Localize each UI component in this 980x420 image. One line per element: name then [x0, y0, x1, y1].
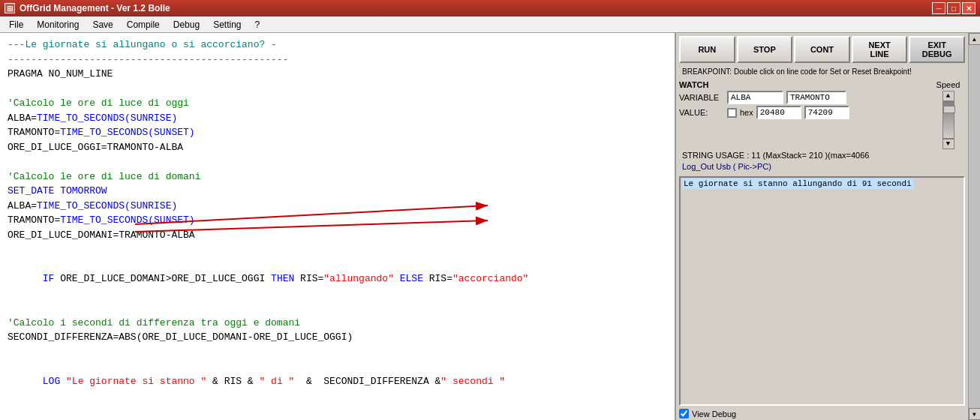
app-title: OffGrid Management - Ver 1.2 Bolle [20, 3, 170, 14]
right-scrollbar: ▲ ▼ [968, 33, 980, 420]
next-line-button[interactable]: NEXT LINE [852, 36, 908, 63]
value-input-1[interactable] [756, 106, 801, 119]
menu-file[interactable]: File [3, 18, 29, 32]
hex-label: hex [740, 108, 753, 117]
variable-input-1[interactable] [727, 91, 783, 104]
minimize-button[interactable]: ─ [932, 2, 945, 14]
code-editor[interactable]: ---Le giornate si allungano o si accorci… [0, 33, 675, 420]
string-usage: STRING USAGE : 11 (MaxStack= 210 )(max=4… [679, 149, 965, 161]
code-line-tramonto1: TRAMONTO=TIME_TO_SECONDS(SUNSET) [8, 125, 667, 140]
hex-checkbox[interactable] [727, 108, 737, 118]
menu-compile[interactable]: Compile [121, 18, 166, 32]
menu-save[interactable]: Save [86, 18, 119, 32]
scroll-track[interactable] [969, 45, 981, 408]
code-line-if: IF ORE_DI_LUCE_DOMANI>ORE_DI_LUCE_OGGI T… [8, 257, 667, 302]
menu-setting[interactable]: Setting [207, 18, 247, 32]
exit-debug-button[interactable]: EXIT DEBUG [909, 36, 965, 63]
code-line-comment1: 'Calcolo le ore di luce di oggi [8, 96, 667, 111]
speed-slider-thumb[interactable] [943, 106, 955, 113]
code-line-blank6 [8, 404, 667, 418]
debug-buttons: RUN STOP CONT NEXT LINE EXIT DEBUG [679, 36, 965, 63]
speed-down-button[interactable]: ▼ [942, 139, 954, 149]
scroll-down-button[interactable]: ▼ [969, 408, 981, 420]
value-input-2[interactable] [804, 106, 849, 119]
debug-controls: RUN STOP CONT NEXT LINE EXIT DEBUG BREAK… [676, 33, 968, 175]
speed-slider-track [942, 101, 954, 139]
code-line-blank2 [8, 154, 667, 170]
code-line-ore1: ORE_DI_LUCE_OGGI=TRAMONTO-ALBA [8, 140, 667, 155]
menu-debug[interactable]: Debug [167, 18, 206, 32]
view-debug-label: View Debug [692, 410, 736, 418]
code-line-secondi: SECONDI_DIFFERENZA=ABS(ORE_DI_LUCE_DOMAN… [8, 330, 667, 345]
code-line-alba2: ALBA=TIME_TO_SECONDS(SUNRISE) [8, 199, 667, 214]
menu-bar: File Monitoring Save Compile Debug Setti… [0, 16, 980, 33]
speed-label: Speed [936, 80, 960, 89]
variable-input-2[interactable] [786, 91, 846, 104]
code-line-setdate: SET_DATE TOMORROW [8, 184, 667, 199]
code-line-blank4 [8, 301, 667, 316]
variable-label: VARIABLE [679, 93, 724, 102]
code-line-pragma: PRAGMA NO_NUM_LINE [8, 67, 667, 82]
run-button[interactable]: RUN [679, 36, 735, 63]
stop-button[interactable]: STOP [737, 36, 793, 63]
code-line-blank5 [8, 345, 667, 360]
view-debug-checkbox[interactable] [679, 409, 689, 418]
speed-up-button[interactable]: ▲ [942, 91, 954, 101]
code-line-blank1 [8, 82, 667, 97]
view-debug-row: View Debug [676, 407, 968, 420]
menu-help[interactable]: ? [248, 18, 266, 32]
close-button[interactable]: ✕ [962, 2, 975, 14]
log-message: Le giornate si stanno allungando di 91 s… [682, 178, 913, 189]
app-icon: ⊞ [5, 3, 15, 14]
code-line-comment2: 'Calcolo le ore di luce di domani [8, 170, 667, 184]
code-line-separator1: ---Le giornate si allungano o si accorci… [8, 38, 667, 52]
maximize-button[interactable]: □ [947, 2, 960, 14]
breakpoint-label: BREAKPOINT: Double click on line code fo… [679, 66, 965, 77]
code-line-tramonto2: TRAMONTO=TIME_TO_SECONDS(SUNSET) [8, 213, 667, 228]
menu-monitoring[interactable]: Monitoring [31, 18, 85, 32]
title-bar: ⊞ OffGrid Management - Ver 1.2 Bolle ─ □… [0, 0, 980, 16]
watch-label: WATCH [679, 80, 709, 89]
right-panel: RUN STOP CONT NEXT LINE EXIT DEBUG BREAK… [675, 33, 968, 420]
code-line-comment3: 'Calcolo i secondi di differenza tra ogg… [8, 316, 667, 331]
main-container: ---Le giornate si allungano o si accorci… [0, 33, 980, 420]
code-line-blank3 [8, 242, 667, 257]
log-output-area[interactable]: Le giornate si stanno allungando di 91 s… [679, 176, 965, 406]
code-line-separator2: ----------------------------------------… [8, 52, 667, 68]
cont-button[interactable]: CONT [794, 36, 850, 63]
value-label: VALUE: [679, 108, 724, 117]
code-line-ore2: ORE_DI_LUCE_DOMANI=TRAMONTO-ALBA [8, 228, 667, 243]
log-out-usb: Log_Out Usb ( Pic->PC) [679, 161, 965, 172]
scroll-up-button[interactable]: ▲ [969, 33, 981, 45]
code-line-alba1: ALBA=TIME_TO_SECONDS(SUNRISE) [8, 111, 667, 126]
code-line-log: LOG "Le giornate si stanno " & RIS & " d… [8, 359, 667, 404]
